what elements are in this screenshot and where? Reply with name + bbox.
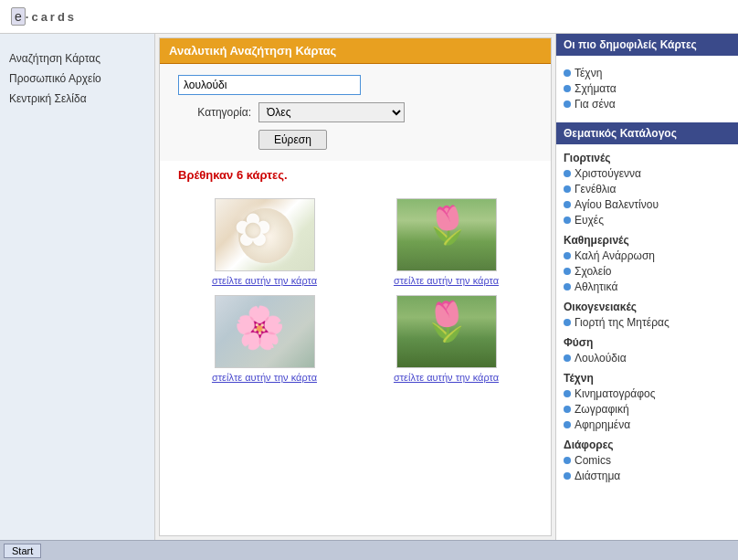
header: e ·cards [0,0,738,34]
cat-item-school: Σχολείο [564,265,731,278]
catalog-section: Γιορτινές Χριστούγεννα Γενέθλια Αγίου Βα… [556,152,738,491]
catalog-header: Θεματικός Κατάλογος [556,122,738,144]
sidebar-item-home[interactable]: Κεντρική Σελίδα [9,92,145,105]
cat-link-getwell[interactable]: Καλή Ανάρρωση [575,249,655,262]
popular-link-shapes[interactable]: Σχήματα [575,82,617,95]
search-form: Κατηγορία: Όλες Εύρεση [160,64,551,161]
card-image-blossom [215,295,315,368]
cat-link-flowers[interactable]: Λουλούδια [575,352,627,365]
logo-cards: ·cards [26,10,77,24]
category-select[interactable]: Όλες [258,102,405,122]
cat-item-birthday: Γενέθλια [564,183,731,195]
logo: e ·cards [11,7,77,26]
category-title-everyday: Καθημερινές [564,234,731,247]
cat-item-painting: Ζωγραφική [564,403,731,416]
popular-item-shapes: Σχήματα [564,82,731,95]
category-title-family: Οικογενειακές [564,301,731,313]
category-title-art: Τέχνη [564,372,731,385]
content-title: Αναλυτική Αναζήτηση Κάρτας [169,44,336,58]
popular-header: Οι πιο δημοφιλείς Κάρτες [556,34,738,56]
popular-item-for-you: Για σένα [564,98,731,111]
popular-section: Τέχνη Σχήματα Για σένα [556,61,738,119]
cat-item-flowers: Λουλούδια [564,352,731,365]
card-image-tulip [396,198,497,271]
sidebar-item-search[interactable]: Αναζήτηση Κάρτας [9,52,145,65]
cat-link-sports[interactable]: Αθλητικά [575,280,617,293]
bullet-icon [564,472,571,480]
card-link-2[interactable]: στείλτε αυτήν την κάρτα [394,275,499,286]
cat-item-abstract: Αφηρημένα [564,418,731,431]
card-item: στείλτε αυτήν την κάρτα [178,295,351,383]
bullet-icon [564,217,571,224]
category-title-various: Διάφορες [564,438,731,451]
results-label: Βρέθηκαν [178,168,233,182]
search-input[interactable] [178,75,361,95]
popular-link-art[interactable]: Τέχνη [575,67,602,79]
card-link-4[interactable]: στείλτε αυτήν την κάρτα [394,372,499,383]
right-sidebar: Οι πιο δημοφιλείς Κάρτες Τέχνη Σχήματα Γ… [555,34,738,540]
cat-link-valentine[interactable]: Αγίου Βαλεντίνου [575,198,659,211]
cat-item-sports: Αθλητικά [564,280,731,293]
card-image-white [215,198,315,271]
cat-link-abstract[interactable]: Αφηρημένα [575,418,630,431]
sidebar-nav: Αναζήτηση Κάρτας Προσωπικό Αρχείο Κεντρι… [9,52,145,105]
bullet-icon [564,170,571,177]
start-button[interactable]: Start [4,544,41,558]
bullet-icon [564,457,571,464]
sidebar-item-archive[interactable]: Προσωπικό Αρχείο [9,72,145,85]
cat-item-getwell: Καλή Ανάρρωση [564,249,731,262]
cat-link-birthday[interactable]: Γενέθλια [575,183,616,195]
card-item: στείλτε αυτήν την κάρτα [360,295,532,383]
results-text: Βρέθηκαν 6 κάρτες. [160,161,551,189]
logo-e: e [11,7,26,26]
cat-item-wishes: Ευχές [564,214,731,227]
cat-item-comics: Comics [564,454,731,467]
popular-item-art: Τέχνη [564,67,731,79]
cat-link-school[interactable]: Σχολείο [575,265,612,278]
bullet-icon [564,201,571,208]
main-content: Αναλυτική Αναζήτηση Κάρτας Κατηγορία: Όλ… [159,37,552,536]
taskbar: Start [0,540,738,560]
bullet-icon [564,406,571,413]
card-item: στείλτε αυτήν την κάρτα [178,198,351,286]
bullet-icon [564,69,571,77]
results-suffix: κάρτες. [247,168,288,182]
cat-link-mothersday[interactable]: Γιορτή της Μητέρας [575,316,669,329]
category-title-nature: Φύση [564,336,731,349]
cat-link-comics[interactable]: Comics [575,454,611,467]
cat-item-valentine: Αγίου Βαλεντίνου [564,198,731,211]
cat-link-christmas[interactable]: Χριστούγεννα [575,167,641,180]
category-row: Κατηγορία: Όλες [178,102,532,122]
bullet-icon [564,421,571,428]
bullet-icon [564,390,571,397]
main-layout: Αναζήτηση Κάρτας Προσωπικό Αρχείο Κεντρι… [0,34,738,540]
cat-item-christmas: Χριστούγεννα [564,167,731,180]
card-link-1[interactable]: στείλτε αυτήν την κάρτα [212,275,317,286]
cat-item-space: Διάστημα [564,470,731,482]
results-count: 6 [237,168,243,182]
bullet-icon [564,252,571,259]
bullet-icon [564,268,571,275]
left-sidebar: Αναζήτηση Κάρτας Προσωπικό Αρχείο Κεντρι… [0,34,155,540]
cat-item-mothersday: Γιορτή της Μητέρας [564,316,731,329]
bullet-icon [564,85,571,92]
cat-link-cinema[interactable]: Κινηματογράφος [575,387,655,400]
card-item: στείλτε αυτήν την κάρτα [360,198,532,286]
bullet-icon [564,319,571,326]
card-link-3[interactable]: στείλτε αυτήν την κάρτα [212,372,317,383]
search-button[interactable]: Εύρεση [258,130,327,150]
cards-grid: στείλτε αυτήν την κάρτα στείλτε αυτήν τη… [160,189,551,392]
card-image-tulip2 [396,295,497,368]
cat-item-cinema: Κινηματογράφος [564,387,731,400]
content-header: Αναλυτική Αναζήτηση Κάρτας [160,38,551,64]
bullet-icon [564,185,571,193]
category-title-festive: Γιορτινές [564,152,731,164]
category-label: Κατηγορία: [178,106,251,119]
cat-link-space[interactable]: Διάστημα [575,470,620,482]
search-row [178,75,532,95]
popular-link-for-you[interactable]: Για σένα [575,98,616,111]
cat-link-wishes[interactable]: Ευχές [575,214,604,227]
cat-link-painting[interactable]: Ζωγραφική [575,403,629,416]
bullet-icon [564,354,571,362]
bullet-icon [564,283,571,291]
